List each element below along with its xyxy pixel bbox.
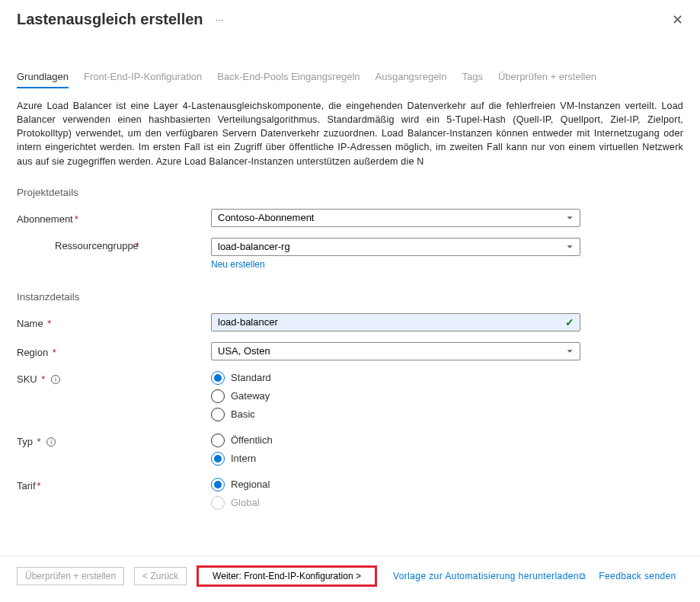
review-create-button[interactable]: Überprüfen + erstellen (17, 567, 124, 585)
next-button[interactable]: Weiter: Front-End-IP-Konfiguration > (197, 565, 377, 587)
close-icon[interactable]: ✕ (672, 11, 683, 28)
description-text: Azure Load Balancer ist eine Layer 4-Las… (17, 99, 683, 168)
download-template-link[interactable]: Vorlage zur Automatisierung herunterlade… (393, 571, 589, 581)
tab-review[interactable]: Überprüfen + erstellen (498, 71, 596, 88)
resource-group-new-link[interactable]: Neu erstellen (211, 259, 265, 270)
radio-tier-regional[interactable]: Regional (211, 478, 580, 492)
label-type: Typ * i (17, 434, 211, 447)
radio-sku-gateway[interactable]: Gateway (211, 389, 580, 403)
radio-sku-standard[interactable]: Standard (211, 371, 580, 385)
region-select[interactable]: USA, Osten (211, 342, 580, 360)
label-resource-group: Ressourcengruppe* (17, 238, 211, 251)
tab-backend-pools[interactable]: Back-End-Pools Eingangsregeln (217, 71, 360, 88)
command-bar-more-icon[interactable]: ··· (216, 14, 224, 25)
label-sku: SKU * i (17, 371, 211, 385)
page-title: Lastenausgleich erstellen (17, 11, 203, 28)
label-region: Region * (17, 344, 211, 358)
info-icon[interactable]: i (46, 437, 56, 447)
feedback-link[interactable]: Feedback senden (599, 571, 676, 581)
tab-grundlagen[interactable]: Grundlagen (17, 71, 69, 88)
label-name: Name * (17, 315, 211, 329)
validation-check-icon: ✓ (565, 316, 574, 328)
tab-ausgangsregeln[interactable]: Ausgangsregeln (376, 71, 447, 88)
tab-tags[interactable]: Tags (462, 71, 482, 88)
radio-tier-global: Global (211, 496, 580, 510)
section-instance-details: Instanzdetails (17, 291, 683, 303)
tabs: Grundlagen Front-End-IP-Konfiguration Ba… (17, 71, 683, 88)
name-input[interactable] (211, 313, 580, 331)
subscription-select[interactable]: Contoso-Abonnement (211, 209, 580, 227)
external-link-icon: ⧉ (579, 571, 586, 581)
radio-type-internal[interactable]: Intern (211, 452, 580, 466)
info-icon[interactable]: i (51, 375, 60, 384)
footer-bar: Überprüfen + erstellen < Zurück Weiter: … (0, 556, 700, 594)
radio-type-public[interactable]: Öffentlich (211, 434, 580, 447)
label-subscription: Abonnement* (17, 211, 211, 225)
tab-frontend-ip[interactable]: Front-End-IP-Konfiguration (84, 71, 202, 88)
section-project-details: Projektdetails (17, 187, 683, 198)
resource-group-select[interactable]: load-balancer-rg (211, 238, 580, 256)
radio-sku-basic[interactable]: Basic (211, 408, 580, 421)
label-tier: Tarif* (17, 478, 211, 492)
back-button[interactable]: < Zurück (134, 567, 187, 585)
